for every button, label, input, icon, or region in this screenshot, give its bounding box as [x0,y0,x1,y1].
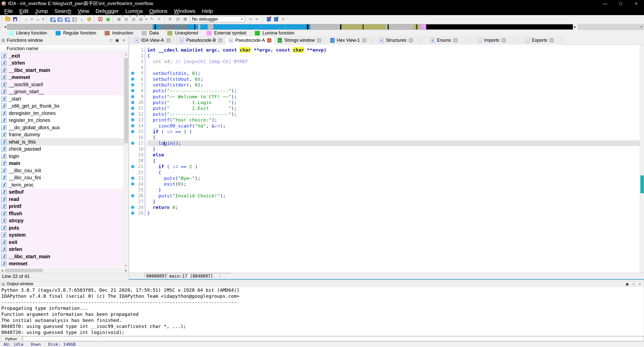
remove-item-button[interactable]: × [280,16,287,22]
delete-function-button[interactable]: × [156,16,163,22]
minimize-icon[interactable]: — [597,0,613,7]
function-row[interactable]: f__libc_start_main [0,67,128,74]
menu-item-debugger[interactable]: Debugger [92,8,122,14]
jump-by-name-button[interactable] [86,16,92,22]
debugger-start-button[interactable] [167,16,174,22]
save-button[interactable] [12,16,18,22]
forward-history-dropdown[interactable]: ▼ [42,16,45,22]
function-row[interactable]: f__do_global_dtors_aux [0,124,128,131]
menu-item-search[interactable]: Search [51,8,74,14]
debugger-stop-button[interactable] [182,16,188,22]
watch-list-button[interactable] [273,16,279,22]
maximize-icon[interactable]: □ [613,0,628,7]
search-text-button[interactable]: T [57,16,63,22]
code-line[interactable]: 13 printf("Your choice:"); [129,117,644,123]
function-row[interactable]: fwhat_is_this [0,138,128,146]
pseudocode-view[interactable]: 1int __cdecl main(int argc, const char *… [129,45,644,273]
breakpoint-dropdown[interactable]: ▼ [145,16,148,22]
navigation-band[interactable]: ↓ [7,24,573,30]
close-icon[interactable]: × [628,0,644,7]
code-line[interactable]: 21 if ( v4 == 2 ) [129,164,644,169]
scroll-left-icon[interactable]: ◀ [0,269,5,272]
function-row[interactable]: f__isoc99_scanf [0,81,128,88]
function-row[interactable]: f_term_proc [0,181,128,189]
cli-language-selector[interactable]: Python [0,336,22,341]
tab-close-icon[interactable]: × [549,38,554,42]
code-line[interactable]: 17 login(); [129,140,644,146]
tab-exports[interactable]: →Exports× [516,36,564,45]
cli-input[interactable] [23,336,644,341]
code-line[interactable]: 14 __isoc99_scanf("%d", &v4); [129,123,644,128]
function-row[interactable]: fexit [0,239,128,246]
function-row[interactable]: fread [0,196,128,203]
debugger-select[interactable]: No debugger ▼ [190,16,245,22]
code-line[interactable]: 24 exit(0); [129,181,644,187]
debugger-pause-button[interactable] [175,16,181,22]
tab-close-icon[interactable]: × [362,38,367,42]
function-row[interactable]: f_memset [0,74,128,81]
band-scroll-right-icon[interactable]: ▶ [573,24,577,30]
code-line[interactable]: 28 return 0; [129,204,644,210]
code-line[interactable]: 20 { [129,158,644,164]
panel-float-icon[interactable]: ▣ [626,282,629,286]
tab-structures[interactable]: AStructures× [372,36,420,45]
code-line[interactable]: 10 puts(" 1.Login "); [129,100,644,105]
breakpoint-list-button[interactable] [265,16,272,22]
add-function-button[interactable]: ▧+ [138,16,144,22]
band-scroll-left-icon[interactable]: ◀ [3,24,7,30]
band-overflow-area[interactable]: ▼ [578,24,643,30]
code-line[interactable]: 25 } [129,187,644,193]
column-header-function-name[interactable]: Function name [0,45,128,52]
function-row[interactable]: fderegister_tm_clones [0,110,128,117]
function-row[interactable]: fsetbuf [0,189,128,196]
function-row[interactable]: flogin [0,153,128,160]
search-names-button[interactable]: ⊞ [49,16,56,22]
code-line[interactable]: 29} [129,210,644,216]
function-row[interactable]: f_x86_get_pc_thunk_bx [0,103,128,110]
menu-item-help[interactable]: Help [199,8,216,14]
tab-ida-view-a[interactable]: ≡IDA View-A× [129,36,177,45]
band-drag-handle[interactable] [1,24,3,30]
scroll-position-marker[interactable] [640,176,644,193]
panel-minimize-icon[interactable]: □ [110,38,112,42]
function-row[interactable]: fmain [0,160,128,167]
function-row[interactable]: fsystem [0,232,128,239]
tab-close-icon[interactable]: × [166,38,171,42]
code-line[interactable]: 22 { [129,169,644,175]
code-line[interactable]: 4 [129,65,644,70]
navigate-forward-button[interactable]: → [34,16,41,22]
panel-minimize-icon[interactable]: □ [633,282,635,286]
function-row[interactable]: f__libc_start_main [0,253,128,260]
detach-process-button[interactable]: ⇤ [254,16,261,22]
function-row[interactable]: f_exit [0,52,128,60]
code-line[interactable]: 6 setbuf(stdout, 0); [129,76,644,82]
navigate-back-button[interactable]: ← [23,16,30,22]
attach-process-button[interactable]: ⇥ [247,16,253,22]
add-watch-button[interactable]: ▥+ [123,16,130,22]
open-file-button[interactable] [5,16,11,22]
tab-close-icon[interactable]: × [218,38,222,42]
function-row[interactable]: f__gmon_start__ [0,88,128,96]
tab-hex-view-1[interactable]: OHex View-1× [325,36,372,45]
function-row[interactable]: ffflush [0,210,128,217]
add-breakpoint-button[interactable]: ▦+ [116,16,122,22]
menu-item-view[interactable]: View [74,8,92,14]
function-row[interactable]: f__libc_csu_fini [0,174,128,182]
code-line[interactable]: 11 puts(" 2.Exit "); [129,105,644,111]
menu-item-file[interactable]: File [1,8,16,14]
function-row[interactable]: fregister_tm_clones [0,117,128,124]
function-row[interactable]: f_start [0,95,128,103]
code-line[interactable]: 27 } [129,199,644,204]
function-row[interactable]: fcheck_passwd [0,146,128,153]
tab-close-icon[interactable]: × [267,38,271,42]
code-line[interactable]: 19 else [129,152,644,158]
scrollbar-thumb[interactable] [5,269,43,272]
tab-close-icon[interactable]: × [502,38,506,42]
code-line[interactable]: 23 puts("Bye~"); [129,175,644,181]
panel-close-icon[interactable]: × [639,282,641,286]
scrollbar-thumb[interactable] [124,58,128,143]
function-row[interactable]: fstrcpy [0,217,128,225]
code-line[interactable]: 5 setbuf(stdin, 0); [129,70,644,76]
tab-strings-window[interactable]: sStrings window× [275,36,325,45]
edit-function-button[interactable]: ✎ [149,16,155,22]
